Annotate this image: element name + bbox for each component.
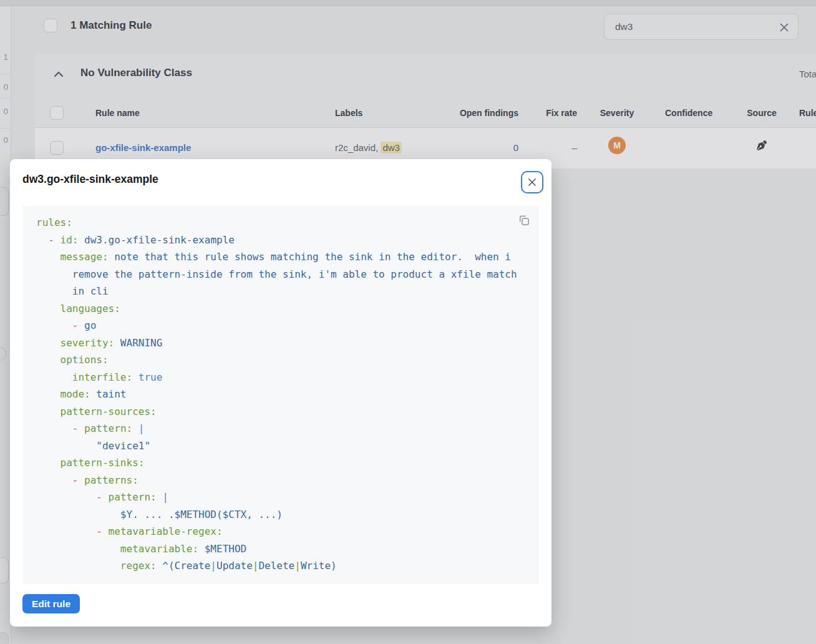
edit-rule-button[interactable]: Edit rule xyxy=(22,594,80,613)
code-line: - pattern: | xyxy=(36,420,539,437)
modal-title: dw3.go-xfile-sink-example xyxy=(22,173,158,186)
code-line: remove the pattern-inside from the sink,… xyxy=(36,266,539,283)
code-line: rules: xyxy=(36,214,539,232)
code-lines: rules: - id: dw3.go-xfile-sink-example m… xyxy=(36,214,539,575)
code-line: $Y. ... .$METHOD($CTX, ...) xyxy=(36,506,539,524)
code-line: pattern-sinks: xyxy=(36,454,539,472)
rules-page: 1 0 0 0 1 Matching Rule No Vulnerability… xyxy=(0,0,816,644)
code-line: mode: taint xyxy=(36,386,539,403)
code-line: in cli xyxy=(36,283,539,300)
close-icon xyxy=(527,177,537,187)
rule-detail-modal: dw3.go-xfile-sink-example rules: - id: d… xyxy=(10,159,551,627)
code-line: languages: xyxy=(36,300,539,318)
code-line: regex: ^(Create|Update|Delete|Write) xyxy=(36,557,539,575)
rule-yaml-code: rules: - id: dw3.go-xfile-sink-example m… xyxy=(22,206,539,584)
copy-icon[interactable] xyxy=(518,214,530,227)
code-line: options: xyxy=(36,351,539,369)
code-line: - id: dw3.go-xfile-sink-example xyxy=(36,232,539,249)
code-line: - patterns: xyxy=(36,472,539,489)
code-line: - pattern: | xyxy=(36,489,539,506)
code-line: severity: WARNING xyxy=(36,334,539,352)
code-line: - go xyxy=(36,317,539,334)
code-line: interfile: true xyxy=(36,369,539,386)
code-line: "device1" xyxy=(36,437,539,455)
code-line: metavariable: $METHOD xyxy=(36,540,539,558)
code-line: - metavariable-regex: xyxy=(36,523,539,540)
close-button[interactable] xyxy=(521,171,543,193)
code-line: pattern-sources: xyxy=(36,403,539,421)
code-line: message: note that this rule shows match… xyxy=(36,248,539,266)
